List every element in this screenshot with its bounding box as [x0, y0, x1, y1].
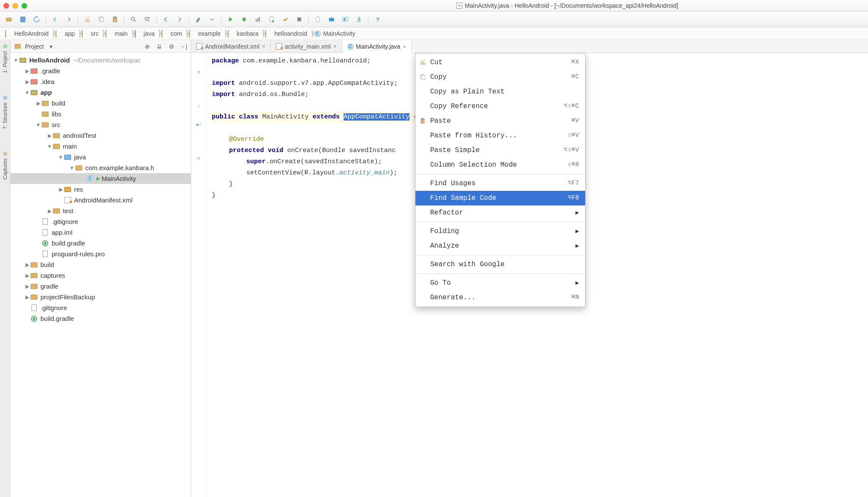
context-menu-item[interactable]: Paste⌘V	[415, 114, 585, 128]
tree-row[interactable]: ▶build	[10, 259, 191, 270]
tree-row[interactable]: ▶test	[10, 205, 191, 216]
breadcrumb-item[interactable]: main	[103, 29, 132, 38]
expand-arrow-icon[interactable]: ▶	[24, 79, 30, 85]
context-menu-item[interactable]: Cut⌘X	[415, 55, 585, 70]
forward-button[interactable]	[173, 14, 186, 25]
tree-row[interactable]: ▶res	[10, 184, 191, 195]
make-button[interactable]	[192, 14, 205, 25]
close-tab-icon[interactable]: ×	[403, 43, 406, 50]
override-icon[interactable]: ⬨	[195, 102, 203, 110]
implements-icon[interactable]: ●↑	[195, 121, 203, 129]
tree-row[interactable]: .gitignore	[10, 216, 191, 227]
tree-row[interactable]: ▶androidTest	[10, 130, 191, 141]
expand-arrow-icon[interactable]: ▶	[24, 262, 30, 268]
expand-arrow-icon[interactable]: ▶	[24, 283, 30, 289]
editor-tab[interactable]: CMainActivity.java×	[342, 40, 412, 53]
tree-row[interactable]: ▼src	[10, 119, 191, 130]
save-button[interactable]	[16, 14, 29, 25]
minimize-window-button[interactable]	[12, 3, 18, 9]
collapse-icon[interactable]: ⇊	[155, 42, 164, 51]
tree-row[interactable]: build.gradle	[10, 313, 191, 324]
replace-button[interactable]	[141, 14, 154, 25]
stop-button[interactable]	[293, 14, 306, 25]
download-button[interactable]	[353, 14, 366, 25]
context-menu-item[interactable]: Paste from History...⇧⌘V	[415, 128, 585, 143]
tree-row[interactable]: build.gradle	[10, 238, 191, 248]
context-menu-item[interactable]: Generate...⌘N	[415, 290, 585, 305]
tree-row[interactable]: ▼HelloAndroid~/Documents/workspac	[10, 55, 191, 65]
tree-row[interactable]: .gitignore	[10, 302, 191, 313]
breadcrumb-item[interactable]: CMainActivity	[312, 29, 360, 38]
apply-changes-button[interactable]	[279, 14, 292, 25]
rail-tab[interactable]: 1: Project	[1, 42, 9, 76]
expand-arrow-icon[interactable]: ▼	[35, 122, 41, 128]
context-menu-item[interactable]: Search with Google	[415, 257, 585, 272]
attach-button[interactable]	[265, 14, 278, 25]
avd-button[interactable]	[311, 14, 324, 25]
tree-row[interactable]: ▼com.example.kanbara.h	[10, 162, 191, 173]
run-button[interactable]	[224, 14, 237, 25]
profile-button[interactable]	[251, 14, 264, 25]
code-content[interactable]: package com.example.kanbara.helloandroid…	[207, 53, 417, 497]
breadcrumb-item[interactable]: kanbara	[225, 29, 263, 38]
target-icon[interactable]: ⊕	[143, 42, 152, 51]
breadcrumb-item[interactable]: com	[159, 29, 186, 38]
close-tab-icon[interactable]: ×	[333, 43, 337, 50]
context-menu-item[interactable]: Find Sample Code⌥F8	[415, 191, 585, 205]
hide-icon[interactable]: →|	[179, 42, 188, 51]
tree-row[interactable]: ▶captures	[10, 270, 191, 281]
context-menu-item[interactable]: Folding▶	[415, 224, 585, 239]
debug-button[interactable]	[238, 14, 251, 25]
breadcrumb-item[interactable]: java	[132, 29, 159, 38]
close-window-button[interactable]	[3, 3, 9, 9]
expand-arrow-icon[interactable]: ▼	[24, 90, 30, 96]
breadcrumb-item[interactable]: example	[186, 29, 225, 38]
close-tab-icon[interactable]: ×	[262, 43, 266, 50]
back-button[interactable]	[159, 14, 172, 25]
tree-row[interactable]: ▼main	[10, 141, 191, 152]
expand-arrow-icon[interactable]: ▼	[46, 143, 53, 149]
open-button[interactable]	[3, 14, 16, 25]
sdk-button[interactable]	[325, 14, 338, 25]
tree-row[interactable]: ▶build	[10, 98, 191, 109]
tree-row[interactable]: proguard-rules.pro	[10, 248, 191, 259]
expand-arrow-icon[interactable]: ▶	[24, 294, 30, 300]
expand-arrow-icon[interactable]: ▼	[69, 165, 75, 171]
tree-row[interactable]: C▶MainActivity	[10, 173, 191, 184]
context-menu-item[interactable]: Copy Reference⌥⇧⌘C	[415, 99, 585, 114]
maximize-window-button[interactable]	[22, 3, 27, 9]
editor-tab[interactable]: AndroidManifest.xml×	[191, 40, 271, 53]
context-menu-item[interactable]: Paste Simple⌥⇧⌘V	[415, 143, 585, 158]
breadcrumb-item[interactable]: src	[79, 29, 103, 38]
context-menu-item[interactable]: Column Selection Mode⇧⌘8	[415, 158, 585, 172]
settings-icon[interactable]: ⚙	[167, 42, 176, 51]
undo-button[interactable]	[49, 14, 62, 25]
tree-row[interactable]: ▼java	[10, 152, 191, 162]
expand-arrow-icon[interactable]: ▶	[24, 68, 30, 74]
expand-arrow-icon[interactable]: ▼	[13, 57, 19, 63]
dropdown-icon[interactable]: ▾	[46, 42, 56, 51]
expand-arrow-icon[interactable]: ▶	[35, 100, 41, 106]
context-menu-item[interactable]: Go To▶	[415, 276, 585, 290]
tree-row[interactable]: ▶.idea	[10, 76, 191, 87]
expand-arrow-icon[interactable]: ▼	[58, 154, 64, 160]
sync-button[interactable]	[30, 14, 43, 25]
fold-icon[interactable]: ⊟	[195, 68, 203, 76]
project-panel-title[interactable]: Project	[25, 43, 44, 50]
expand-arrow-icon[interactable]: ▶	[24, 273, 30, 279]
help-button[interactable]: ?	[371, 14, 384, 25]
tree-row[interactable]: ▶gradle	[10, 281, 191, 292]
tree-row[interactable]: ▶.gradle	[10, 65, 191, 76]
layout-inspector-button[interactable]	[339, 14, 352, 25]
tree-row[interactable]: ▶projectFilesBackup	[10, 292, 191, 302]
context-menu-item[interactable]: Copy⌘C	[415, 70, 585, 84]
dropdown-icon[interactable]	[205, 14, 218, 25]
tree-row[interactable]: ▼app	[10, 87, 191, 98]
fold-end-icon[interactable]: ⊟	[195, 155, 203, 162]
find-button[interactable]	[127, 14, 140, 25]
project-view-icon[interactable]	[13, 42, 22, 51]
redo-button[interactable]	[62, 14, 75, 25]
context-menu-item[interactable]: Analyze▶	[415, 239, 585, 253]
expand-arrow-icon[interactable]: ▶	[58, 186, 64, 193]
breadcrumb-item[interactable]: app	[53, 29, 79, 38]
